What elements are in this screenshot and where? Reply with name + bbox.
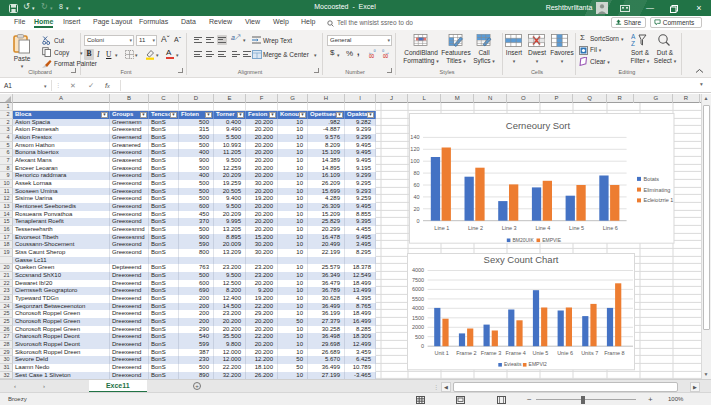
svg-text:BM20UIK: BM20UIK	[513, 237, 535, 243]
svg-text:Z: Z	[631, 40, 635, 47]
svg-text:Line 3: Line 3	[502, 225, 517, 231]
svg-text:Frame 3: Frame 3	[481, 350, 501, 356]
svg-text:0: 0	[416, 218, 419, 224]
svg-text:2000: 2000	[412, 325, 424, 331]
svg-text:Unit 1: Unit 1	[435, 350, 449, 356]
svg-text:Eliminating: Eliminating	[643, 187, 670, 193]
svg-text:Line 2: Line 2	[468, 225, 483, 231]
svg-text:Line 6: Line 6	[603, 225, 618, 231]
svg-text:4000: 4000	[412, 306, 424, 312]
svg-text:Frame 2: Frame 2	[456, 350, 476, 356]
svg-text:6000: 6000	[412, 287, 424, 293]
svg-text:Unie 5: Unie 5	[532, 350, 548, 356]
svg-text:Botats: Botats	[643, 176, 659, 182]
svg-text:Ecleiotzrie 1: Ecleiotzrie 1	[643, 197, 673, 203]
svg-text:Evieaits: Evieaits	[504, 362, 522, 368]
svg-text:7500: 7500	[412, 277, 424, 283]
svg-text:5500: 5500	[412, 296, 424, 302]
svg-text:1500: 1500	[412, 315, 424, 321]
svg-text:4000: 4000	[412, 268, 424, 274]
svg-text:A: A	[631, 33, 636, 40]
svg-text:Frame 4: Frame 4	[505, 350, 525, 356]
svg-text:40: 40	[413, 194, 419, 200]
svg-text:Line 4: Line 4	[535, 225, 550, 231]
svg-text:Unie 6: Unie 6	[557, 350, 573, 356]
svg-text:Line 1: Line 1	[434, 225, 449, 231]
svg-text:120: 120	[410, 146, 419, 152]
svg-text:Line 5: Line 5	[569, 225, 584, 231]
svg-text:Units 7: Units 7	[581, 350, 598, 356]
svg-text:0: 0	[421, 343, 424, 349]
svg-text:EMPVIE: EMPVIE	[542, 237, 562, 243]
svg-text:100: 100	[410, 158, 419, 164]
svg-text:EMPVI2: EMPVI2	[529, 362, 548, 368]
svg-text:Sexy Count Chart: Sexy Count Chart	[484, 255, 559, 266]
svg-text:Frame 8: Frame 8	[604, 350, 624, 356]
svg-text:80: 80	[413, 170, 419, 176]
svg-text:140: 140	[410, 134, 419, 140]
svg-text:Cerneoury Sort: Cerneoury Sort	[506, 120, 571, 131]
svg-text:60: 60	[413, 182, 419, 188]
svg-text:20: 20	[413, 206, 419, 212]
svg-text:500: 500	[415, 334, 424, 340]
